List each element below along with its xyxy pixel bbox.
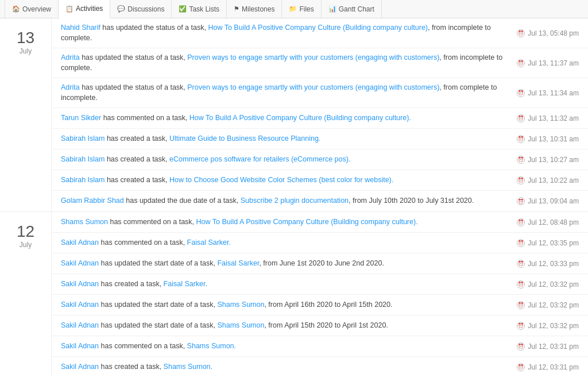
task-link[interactable]: Proven ways to engage smartly with your … bbox=[187, 83, 439, 91]
tab-milestones[interactable]: ⚑Milestones bbox=[227, 0, 282, 18]
actor-link[interactable]: Sakil Adnan bbox=[61, 363, 99, 371]
clock-icon: ⏰ bbox=[517, 29, 525, 37]
task-link[interactable]: Faisal Sarker. bbox=[187, 238, 231, 247]
day-label: 13July bbox=[0, 18, 52, 211]
activity-row: Sakil Adnan has created a task, Shams Su… bbox=[52, 357, 588, 377]
task-link[interactable]: Shams Sumon bbox=[217, 321, 264, 329]
day-group-13: 13JulyNahid Sharif has updated the statu… bbox=[0, 18, 588, 212]
activity-list: Shams Sumon has commented on a task, How… bbox=[52, 212, 588, 377]
time-value: Jul 12, 08:48 pm bbox=[528, 218, 579, 226]
activity-text: Sakil Adnan has commented on a task, Sha… bbox=[61, 341, 508, 352]
day-month: July bbox=[6, 241, 45, 249]
activity-row: Sabirah Islam has created a task, Ultima… bbox=[52, 129, 588, 149]
activity-row: Sakil Adnan has updated the start date o… bbox=[52, 295, 588, 316]
day-label: 12July bbox=[0, 212, 52, 377]
clock-icon: ⏰ bbox=[517, 114, 525, 122]
activity-row: Sakil Adnan has created a task, Faisal S… bbox=[52, 274, 588, 295]
activity-time: ⏰Jul 13, 10:31 am bbox=[517, 135, 579, 143]
task-link[interactable]: Faisal Sarker bbox=[217, 259, 259, 267]
task-link[interactable]: Shams Sumon. bbox=[164, 363, 212, 371]
tab-gantt-chart[interactable]: 📊Gantt Chart bbox=[322, 0, 382, 18]
actor-link[interactable]: Nahid Sharif bbox=[61, 24, 100, 32]
time-value: Jul 12, 03:35 pm bbox=[528, 239, 579, 247]
clock-icon: ⏰ bbox=[517, 363, 525, 371]
task-link[interactable]: Shams Sumon bbox=[217, 301, 264, 309]
day-month: July bbox=[6, 47, 45, 55]
content: 13JulyNahid Sharif has updated the statu… bbox=[0, 18, 588, 377]
actor-link[interactable]: Golam Rabbir Shad bbox=[61, 197, 124, 205]
task-link[interactable]: Proven ways to engage smartly with your … bbox=[187, 53, 439, 61]
actor-link[interactable]: Adrita bbox=[61, 53, 80, 61]
time-value: Jul 13, 09:04 am bbox=[528, 197, 579, 205]
tab-task-lists[interactable]: ✅Task Lists bbox=[172, 0, 227, 18]
task-link[interactable]: Subscribe 2 plugin documentation bbox=[241, 197, 349, 205]
actor-link[interactable]: Sakil Adnan bbox=[61, 301, 99, 309]
clock-icon: ⏰ bbox=[517, 322, 525, 330]
task-link[interactable]: How to Choose Good Website Color Schemes… bbox=[169, 176, 393, 184]
task-link[interactable]: Faisal Sarker. bbox=[164, 280, 207, 288]
task-link[interactable]: How To Build A Positive Company Culture … bbox=[196, 218, 418, 226]
actor-link[interactable]: Sakil Adnan bbox=[61, 280, 99, 288]
clock-icon: ⏰ bbox=[517, 89, 525, 97]
activity-time: ⏰Jul 12, 03:35 pm bbox=[517, 239, 579, 247]
task-link[interactable]: Shams Sumon. bbox=[187, 342, 236, 350]
time-value: Jul 13, 11:34 am bbox=[528, 89, 579, 97]
actor-link[interactable]: Sabirah Islam bbox=[61, 155, 105, 163]
activity-time: ⏰Jul 12, 03:32 pm bbox=[517, 322, 579, 330]
task-link[interactable]: How To Build A Positive Company Culture … bbox=[208, 24, 428, 32]
actor-link[interactable]: Sabirah Islam bbox=[61, 134, 105, 143]
activity-row: Golam Rabbir Shad has updated the due da… bbox=[52, 191, 588, 211]
activity-text: Sabirah Islam has created a task, How to… bbox=[61, 175, 508, 186]
activity-row: Adrita has updated the status of a task,… bbox=[52, 48, 588, 78]
task-link[interactable]: Ultimate Guide to Business Resource Plan… bbox=[169, 134, 320, 143]
activity-time: ⏰Jul 12, 08:48 pm bbox=[517, 218, 579, 226]
actor-link[interactable]: Sabirah Islam bbox=[61, 176, 105, 184]
activity-row: Sabirah Islam has created a task, eComme… bbox=[52, 149, 588, 170]
activity-row: Sakil Adnan has updated the start date o… bbox=[52, 253, 588, 274]
actor-link[interactable]: Sakil Adnan bbox=[61, 238, 99, 247]
task-link[interactable]: How To Build A Positive Company Culture … bbox=[189, 114, 411, 122]
activity-text: Tarun Sikder has commented on a task, Ho… bbox=[61, 113, 508, 124]
tab-files[interactable]: 📁Files bbox=[282, 0, 321, 18]
actor-link[interactable]: Tarun Sikder bbox=[61, 114, 101, 122]
time-value: Jul 13, 11:37 am bbox=[528, 59, 579, 67]
actor-link[interactable]: Adrita bbox=[61, 83, 80, 91]
clock-icon: ⏰ bbox=[517, 218, 525, 226]
actor-link[interactable]: Sakil Adnan bbox=[61, 321, 99, 329]
task-link[interactable]: eCommerce pos software for retailers (eC… bbox=[169, 155, 350, 163]
activity-text: Nahid Sharif has updated the status of a… bbox=[61, 23, 508, 43]
activity-time: ⏰Jul 13, 09:04 am bbox=[517, 197, 579, 205]
activity-text: Sabirah Islam has created a task, Ultima… bbox=[61, 134, 508, 144]
milestones-icon: ⚑ bbox=[234, 5, 239, 13]
actor-link[interactable]: Sakil Adnan bbox=[61, 342, 99, 350]
activity-text: Sakil Adnan has updated the start date o… bbox=[61, 321, 508, 331]
activity-time: ⏰Jul 12, 03:31 pm bbox=[517, 363, 579, 371]
time-value: Jul 13, 11:32 am bbox=[528, 114, 579, 122]
tab-discussions[interactable]: 💬Discussions bbox=[110, 0, 172, 18]
activity-time: ⏰Jul 13, 10:27 am bbox=[517, 156, 579, 164]
actor-link[interactable]: Shams Sumon bbox=[61, 218, 108, 226]
activity-text: Sakil Adnan has updated the start date o… bbox=[61, 259, 508, 269]
time-value: Jul 12, 03:32 pm bbox=[528, 280, 579, 288]
activity-row: Adrita has updated the status of a task,… bbox=[52, 78, 588, 108]
clock-icon: ⏰ bbox=[517, 59, 525, 67]
activity-list: Nahid Sharif has updated the status of a… bbox=[52, 18, 588, 211]
clock-icon: ⏰ bbox=[517, 156, 525, 164]
activity-row: Sakil Adnan has updated the start date o… bbox=[52, 316, 588, 336]
time-value: Jul 13, 05:48 pm bbox=[528, 29, 579, 37]
activity-time: ⏰Jul 12, 03:32 pm bbox=[517, 280, 579, 288]
time-value: Jul 13, 10:22 am bbox=[528, 176, 579, 184]
time-value: Jul 13, 10:27 am bbox=[528, 156, 579, 164]
activity-text: Golam Rabbir Shad has updated the due da… bbox=[61, 196, 508, 206]
actor-link[interactable]: Sakil Adnan bbox=[61, 259, 99, 267]
clock-icon: ⏰ bbox=[517, 343, 525, 351]
activity-time: ⏰Jul 13, 05:48 pm bbox=[517, 29, 579, 37]
tab-overview[interactable]: 🏠Overview bbox=[5, 0, 59, 18]
activity-row: Nahid Sharif has updated the status of a… bbox=[52, 18, 588, 48]
tab-bar: 🏠Overview📋Activities💬Discussions✅Task Li… bbox=[0, 0, 588, 18]
clock-icon: ⏰ bbox=[517, 260, 525, 268]
clock-icon: ⏰ bbox=[517, 280, 525, 288]
gantt-chart-icon: 📊 bbox=[328, 5, 336, 13]
tab-activities[interactable]: 📋Activities bbox=[59, 0, 110, 18]
activity-time: ⏰Jul 13, 11:32 am bbox=[517, 114, 579, 122]
